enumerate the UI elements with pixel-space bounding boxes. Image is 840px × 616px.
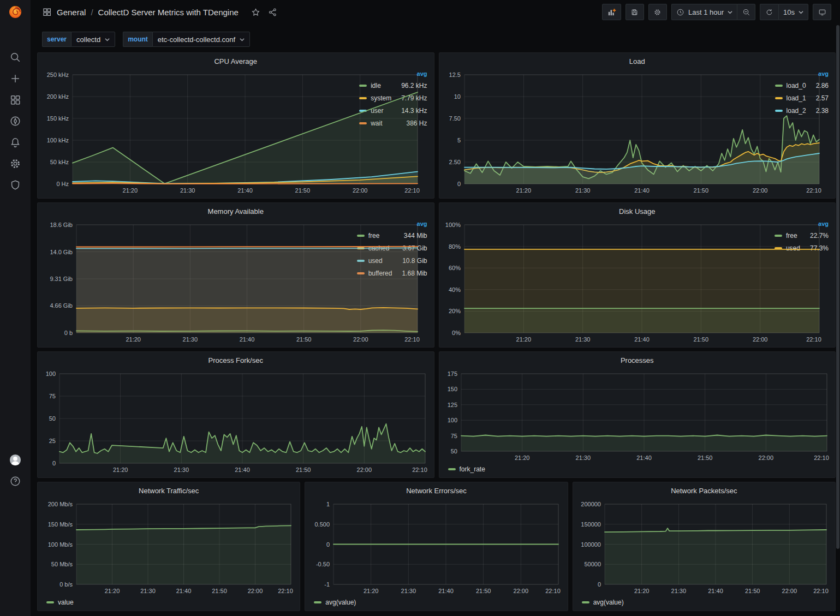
legend-item-fork_rate[interactable]: fork_rate: [448, 465, 485, 473]
panel-cpu-average: CPU Average 0 Hz50 kHz100 kHz150 kHz200 …: [37, 52, 434, 199]
network-errors-legend: avg(value): [309, 596, 563, 608]
load-chart[interactable]: 02.5057.501012.521:2021:3021:4021:5022:0…: [444, 69, 770, 196]
search-icon[interactable]: [9, 51, 21, 63]
dashboards-icon[interactable]: [9, 94, 21, 106]
panel-title[interactable]: CPU Average: [38, 53, 434, 69]
panel-title[interactable]: Network Errors/sec: [305, 482, 567, 499]
network-traffic-chart[interactable]: 0 b/s50 Mb/s100 Mb/s150 Mb/s200 Mb/s21:2…: [42, 499, 295, 596]
panel-title[interactable]: Network Traffic/sec: [38, 482, 300, 499]
server-admin-shield-icon[interactable]: [9, 179, 21, 191]
svg-text:21:30: 21:30: [575, 187, 590, 194]
svg-text:21:50: 21:50: [693, 336, 708, 343]
time-range-picker[interactable]: Last 1 hour: [671, 4, 737, 20]
panel-title[interactable]: Process Fork/sec: [38, 352, 434, 368]
variable-mount-select[interactable]: etc-collectd-collectd.conf: [152, 32, 250, 47]
refresh-button[interactable]: [760, 4, 778, 20]
svg-text:0%: 0%: [452, 330, 461, 336]
svg-text:21:50: 21:50: [296, 336, 312, 343]
panel-title[interactable]: Processes: [439, 352, 836, 368]
svg-text:25: 25: [49, 438, 56, 444]
chevron-down-icon: [799, 10, 803, 15]
panel-network-traffic: Network Traffic/sec 0 b/s50 Mb/s100 Mb/s…: [37, 482, 300, 611]
user-avatar[interactable]: [9, 454, 21, 466]
svg-text:40%: 40%: [448, 286, 460, 293]
svg-text:-1: -1: [325, 581, 330, 588]
svg-text:22:00: 22:00: [357, 467, 372, 473]
svg-text:22:00: 22:00: [248, 588, 263, 594]
load-canvas: 02.5057.501012.521:2021:3021:4021:5022:0…: [444, 69, 824, 196]
svg-text:150: 150: [447, 386, 457, 392]
refresh-interval-dropdown[interactable]: 10s: [778, 4, 808, 20]
breadcrumb-separator: /: [91, 8, 93, 17]
svg-text:21:50: 21:50: [295, 187, 311, 194]
svg-text:22:10: 22:10: [814, 454, 829, 461]
svg-text:22:00: 22:00: [353, 187, 368, 194]
navbar-toolbar: Last 1 hour 10s: [602, 4, 831, 20]
chevron-down-icon: [105, 37, 110, 42]
svg-text:18.6 Gib: 18.6 Gib: [50, 222, 73, 228]
svg-text:0 Hz: 0 Hz: [56, 181, 69, 187]
svg-text:21:30: 21:30: [140, 588, 156, 594]
cycle-view-mode-button[interactable]: [813, 4, 831, 20]
svg-text:22:10: 22:10: [404, 187, 420, 194]
network-traffic-legend: value: [42, 596, 295, 608]
svg-text:175: 175: [447, 370, 457, 377]
create-plus-icon[interactable]: [9, 73, 21, 85]
save-dashboard-button[interactable]: [625, 4, 644, 20]
chevron-down-icon: [728, 10, 732, 15]
svg-text:-0.50: -0.50: [316, 561, 330, 567]
grafana-logo[interactable]: [8, 4, 23, 20]
star-icon[interactable]: [251, 8, 260, 17]
panel-title[interactable]: Network Packets/sec: [573, 482, 835, 499]
legend-item-value[interactable]: value: [46, 599, 74, 606]
alerting-bell-icon[interactable]: [9, 136, 21, 148]
svg-text:21:40: 21:40: [634, 336, 650, 343]
chevron-down-icon: [240, 37, 245, 42]
main-area: General / CollectD Server Metrics with T…: [31, 0, 840, 616]
configuration-gear-icon[interactable]: [9, 158, 21, 170]
share-icon[interactable]: [268, 8, 277, 17]
scrollbar[interactable]: [836, 0, 840, 616]
explore-compass-icon[interactable]: [9, 115, 21, 127]
zoom-out-button[interactable]: [737, 4, 755, 20]
series: [76, 525, 291, 584]
svg-text:150 Mb/s: 150 Mb/s: [48, 521, 73, 528]
svg-text:21:30: 21:30: [401, 588, 416, 594]
svg-text:100 kHz: 100 kHz: [47, 137, 69, 143]
dashboard-settings-button[interactable]: [648, 4, 667, 20]
panel-disk-usage: Disk Usage 0%20%40%60%80%100%21:2021:302…: [439, 202, 836, 348]
svg-text:21:40: 21:40: [708, 588, 723, 594]
svg-text:0: 0: [52, 460, 56, 467]
svg-text:0 b/s: 0 b/s: [59, 581, 73, 588]
variable-server-select[interactable]: collectd: [71, 32, 115, 47]
svg-text:75: 75: [49, 393, 56, 399]
time-range-label: Last 1 hour: [688, 8, 724, 16]
processes-chart[interactable]: 507510012515017521:2021:3021:4021:5022:0…: [444, 368, 831, 463]
variable-server-label[interactable]: server: [42, 32, 71, 47]
process-fork-chart[interactable]: 025507510021:2021:3021:4021:5022:0022:10: [42, 368, 430, 475]
legend-item-avg(value)[interactable]: avg(value): [314, 599, 356, 606]
refresh-interval-label: 10s: [783, 8, 795, 16]
scrollbar-thumb[interactable]: [836, 25, 839, 549]
add-panel-button[interactable]: [602, 4, 621, 20]
help-icon[interactable]: [9, 475, 21, 487]
legend-item-avg(value)[interactable]: avg(value): [582, 599, 624, 606]
svg-text:80%: 80%: [448, 243, 460, 250]
svg-text:0: 0: [326, 541, 330, 548]
cpu-average-chart[interactable]: 0 Hz50 kHz100 kHz150 kHz200 kHz250 kHz21…: [42, 69, 354, 196]
svg-text:22:00: 22:00: [752, 336, 767, 343]
panel-network-errors: Network Errors/sec -1-0.5000.500121:2021…: [305, 482, 568, 611]
network-errors-chart[interactable]: -1-0.5000.500121:2021:3021:4021:5022:002…: [309, 499, 563, 596]
panel-title[interactable]: Load: [439, 53, 836, 69]
disk-usage-chart[interactable]: 0%20%40%60%80%100%21:2021:3021:4021:5022…: [444, 219, 769, 345]
svg-text:21:30: 21:30: [180, 187, 195, 194]
svg-text:21:50: 21:50: [296, 467, 311, 473]
network-packets-chart[interactable]: 05000010000015000020000021:2021:3021:402…: [577, 499, 831, 596]
memory-available-chart[interactable]: 0 b4.66 Gib9.31 Gib14.0 Gib18.6 Gib21:20…: [42, 219, 352, 345]
panel-title[interactable]: Memory Available: [38, 203, 434, 219]
panel-title[interactable]: Disk Usage: [439, 203, 836, 219]
svg-text:20%: 20%: [448, 308, 460, 314]
variable-mount-label[interactable]: mount: [123, 32, 152, 47]
breadcrumb-section[interactable]: General: [57, 8, 86, 17]
panel-process-fork: Process Fork/sec 025507510021:2021:3021:…: [37, 351, 434, 478]
